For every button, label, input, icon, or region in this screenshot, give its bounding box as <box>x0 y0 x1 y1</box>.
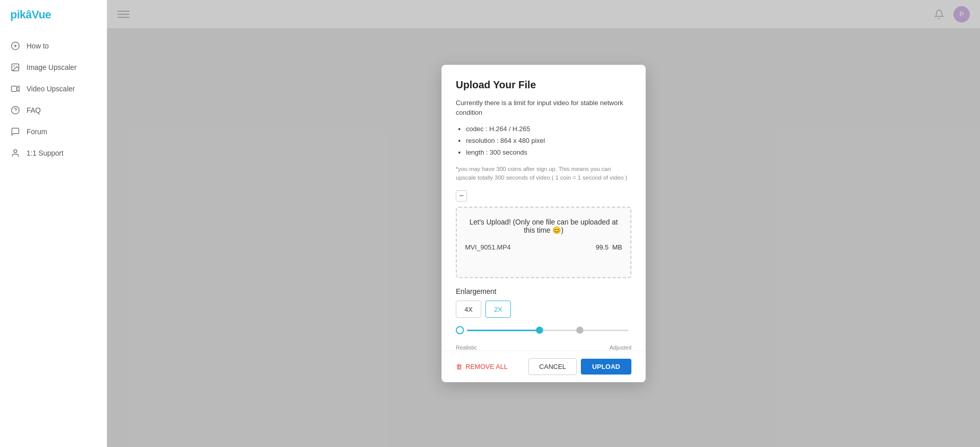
file-name: MVI_9051.MP4 <box>465 243 511 251</box>
main-content: P Upload Your File Currently there is a … <box>107 0 980 447</box>
modal-note: *you may have 300 coins after sign up. T… <box>456 165 631 183</box>
sidebar-item-support[interactable]: 1:1 Support <box>0 143 107 163</box>
logo: pikâVue <box>0 0 107 30</box>
sidebar-label-forum: Forum <box>27 128 47 136</box>
remove-all-button[interactable]: 🗑 REMOVE ALL <box>456 363 507 370</box>
svg-point-8 <box>14 150 17 153</box>
file-row: MVI_9051.MP4 99.5 MB <box>465 243 622 251</box>
upload-modal: Upload Your File Currently there is a li… <box>442 65 646 383</box>
enlarge-4x-button[interactable]: 4X <box>456 301 481 318</box>
sidebar-nav: How to Image Upscaler Video Upscaler <box>0 30 107 169</box>
modal-description: Currently there is a limit for input vid… <box>456 98 631 118</box>
sidebar-label-image-upscaler: Image Upscaler <box>27 63 77 71</box>
sidebar-item-how-to[interactable]: How to <box>0 36 107 56</box>
remove-all-label: REMOVE ALL <box>465 363 507 370</box>
upload-button[interactable]: UPLOAD <box>581 359 631 375</box>
message-square-icon <box>10 127 20 137</box>
help-circle-icon <box>10 105 20 115</box>
slider-container <box>456 326 631 342</box>
modal-footer: 🗑 REMOVE ALL CANCEL UPLOAD <box>442 351 646 382</box>
slider-track[interactable] <box>467 330 628 331</box>
enlarge-2x-button[interactable]: 2X <box>485 301 511 318</box>
slider-right-label: Adjusted <box>609 344 631 351</box>
trash-icon: 🗑 <box>456 363 462 370</box>
sidebar-label-how-to: How to <box>27 42 49 50</box>
sidebar-label-faq: FAQ <box>27 106 41 114</box>
limit-codec: codec : H.264 / H.265 <box>466 123 631 135</box>
svg-rect-4 <box>12 86 17 92</box>
user-icon <box>10 148 20 158</box>
sidebar-item-video-upscaler[interactable]: Video Upscaler <box>0 79 107 99</box>
modal-overlay: Upload Your File Currently there is a li… <box>107 0 980 447</box>
sidebar-label-video-upscaler: Video Upscaler <box>27 85 75 93</box>
slider-labels: Realistic Adjusted <box>456 342 631 351</box>
modal-title: Upload Your File <box>456 79 631 91</box>
logo-text: pikâVue <box>10 8 51 21</box>
slider-left-label: Realistic <box>456 344 477 351</box>
sidebar: pikâVue How to Image Upscaler <box>0 0 107 447</box>
slider-radio[interactable] <box>456 326 464 334</box>
modal-limits-list: codec : H.264 / H.265 resolution : 864 x… <box>456 123 631 159</box>
upload-dropzone[interactable]: Let's Upload! (Only one file can be uplo… <box>456 207 631 278</box>
limit-length: length : 300 seconds <box>466 146 631 158</box>
sidebar-item-image-upscaler[interactable]: Image Upscaler <box>0 57 107 78</box>
image-icon <box>10 62 20 72</box>
sidebar-label-support: 1:1 Support <box>27 149 63 157</box>
collapse-button[interactable]: − <box>456 190 467 202</box>
upload-zone-title: Let's Upload! (Only one file can be uplo… <box>465 218 622 234</box>
file-size: 99.5 MB <box>596 243 622 251</box>
svg-marker-1 <box>15 44 17 47</box>
enlargement-options: 4X 2X <box>456 301 631 318</box>
svg-point-3 <box>13 65 14 66</box>
sidebar-item-forum[interactable]: Forum <box>0 121 107 142</box>
enlargement-label: Enlargement <box>456 287 631 295</box>
cancel-button[interactable]: CANCEL <box>528 358 577 375</box>
video-icon <box>10 84 20 94</box>
sidebar-item-faq[interactable]: FAQ <box>0 100 107 120</box>
play-circle-icon <box>10 41 20 51</box>
limit-resolution: resolution : 864 x 480 pixel <box>466 135 631 146</box>
